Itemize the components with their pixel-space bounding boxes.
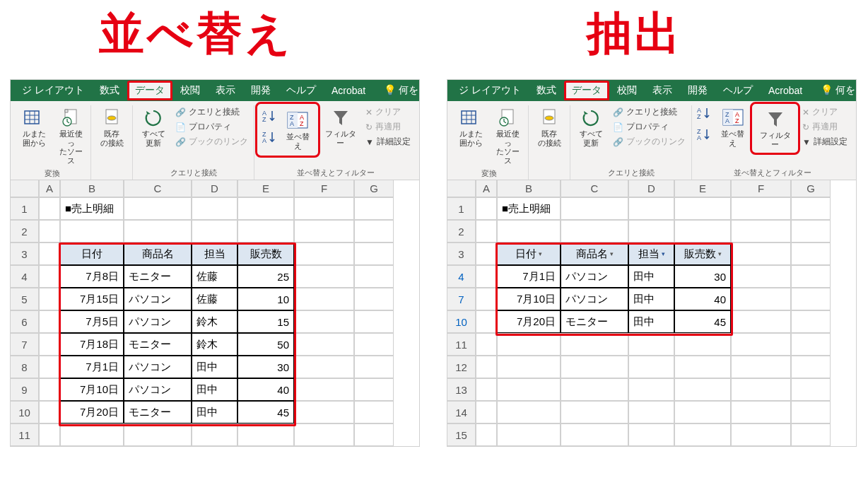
row-header[interactable]: 9 [11,378,39,401]
data-cell[interactable]: 50 [237,333,294,356]
data-cell[interactable]: パソコン [124,288,192,310]
advanced-filter-button[interactable]: ▼詳細設定 [801,135,849,148]
row-header[interactable]: 4 [447,265,476,288]
sort-button[interactable]: ZAAZ 並べ替え [716,105,749,148]
data-cell[interactable]: パソコン [561,288,628,310]
cell[interactable] [561,333,628,356]
cell[interactable] [731,310,791,333]
cell[interactable] [497,356,561,378]
filter-dropdown-icon[interactable]: ▾ [610,250,614,257]
cell[interactable] [39,220,60,242]
cell[interactable] [628,197,674,220]
cell[interactable] [237,220,294,242]
cell[interactable] [628,356,674,378]
cell[interactable] [237,423,294,446]
cell[interactable] [497,333,561,356]
sort-asc-button[interactable]: AZ [696,105,712,121]
row-header[interactable]: 10 [447,310,476,333]
col-header[interactable]: F [294,180,354,197]
cell[interactable] [476,310,497,333]
cell[interactable] [476,333,497,356]
cell[interactable] [731,197,791,220]
col-header[interactable]: B [497,180,561,197]
data-cell[interactable]: 7月1日 [497,265,561,288]
row-header[interactable]: 8 [11,356,39,378]
data-cell[interactable]: 田中 [628,310,674,333]
data-cell[interactable]: パソコン [124,356,192,378]
cell[interactable] [294,265,354,288]
advanced-filter-button[interactable]: ▼詳細設定 [364,135,412,148]
data-cell[interactable]: 鈴木 [192,333,237,356]
row-header[interactable]: 11 [447,333,476,356]
properties-button[interactable]: 📄プロパティ [611,120,687,134]
cell[interactable] [497,401,561,423]
cell[interactable] [476,423,497,446]
cell[interactable] [39,356,60,378]
cell[interactable] [354,265,394,288]
data-cell[interactable]: 7月15日 [60,288,124,310]
data-column-header[interactable]: 担当 [192,242,237,265]
data-column-header[interactable]: 日付 [60,242,124,265]
data-cell[interactable]: パソコン [124,310,192,333]
cell[interactable] [294,242,354,265]
cell[interactable] [294,423,354,446]
cell[interactable] [731,401,791,423]
cell[interactable] [39,288,60,310]
cell[interactable] [731,423,791,446]
filter-funnel-icon[interactable]: ▾ [662,250,665,257]
select-all-corner[interactable] [11,180,39,197]
tab-layout[interactable]: ジ レイアウト [452,81,528,100]
data-cell[interactable]: 30 [237,356,294,378]
cell[interactable] [791,310,831,333]
sheet-title[interactable]: ■売上明細 [60,197,124,220]
cell[interactable] [674,401,731,423]
cell[interactable] [628,333,674,356]
col-header[interactable]: E [237,180,294,197]
row-header[interactable]: 11 [11,423,39,446]
tab-help[interactable]: ヘルプ [279,81,323,100]
cell[interactable] [731,288,791,310]
cell[interactable] [731,265,791,288]
cell[interactable] [39,333,60,356]
filter-dropdown-icon[interactable]: ▾ [539,250,542,257]
data-column-header[interactable]: 商品名▾ [561,242,628,265]
cell[interactable] [354,310,394,333]
cell[interactable] [192,423,237,446]
tab-view[interactable]: 表示 [645,81,679,100]
cell[interactable] [628,423,674,446]
col-header[interactable]: G [791,180,831,197]
data-cell[interactable]: 45 [237,401,294,423]
row-header[interactable]: 7 [11,333,39,356]
cell[interactable] [497,378,561,401]
data-cell[interactable]: 田中 [628,265,674,288]
cell[interactable] [674,378,731,401]
cell[interactable] [731,378,791,401]
cell[interactable] [294,197,354,220]
data-cell[interactable]: 45 [674,310,731,333]
data-cell[interactable]: 7月10日 [497,288,561,310]
cell[interactable] [561,401,628,423]
data-cell[interactable]: 田中 [628,288,674,310]
filter-dropdown-icon[interactable]: ▾ [718,250,722,257]
queries-connections-button[interactable]: 🔗クエリと接続 [611,105,687,119]
sort-desc-button[interactable]: ZA [262,129,277,145]
cell[interactable] [294,310,354,333]
cell[interactable] [476,356,497,378]
col-header[interactable]: G [354,180,394,197]
cell[interactable] [674,197,731,220]
cell[interactable] [731,356,791,378]
cell[interactable] [731,220,791,242]
cell[interactable] [561,220,628,242]
existing-connections-button[interactable]: 既存 の接続 [533,105,565,148]
sheet-title[interactable]: ■売上明細 [497,197,561,220]
cell[interactable] [124,220,192,242]
data-cell[interactable]: 田中 [192,378,237,401]
data-cell[interactable]: 7月20日 [60,401,124,423]
cell[interactable] [294,401,354,423]
filter-button[interactable]: フィルター [753,105,797,151]
refresh-all-button[interactable]: すべて 更新 [575,105,607,148]
cell[interactable] [39,242,60,265]
cell[interactable] [561,356,628,378]
data-cell[interactable]: 田中 [192,401,237,423]
col-header[interactable]: E [674,180,731,197]
